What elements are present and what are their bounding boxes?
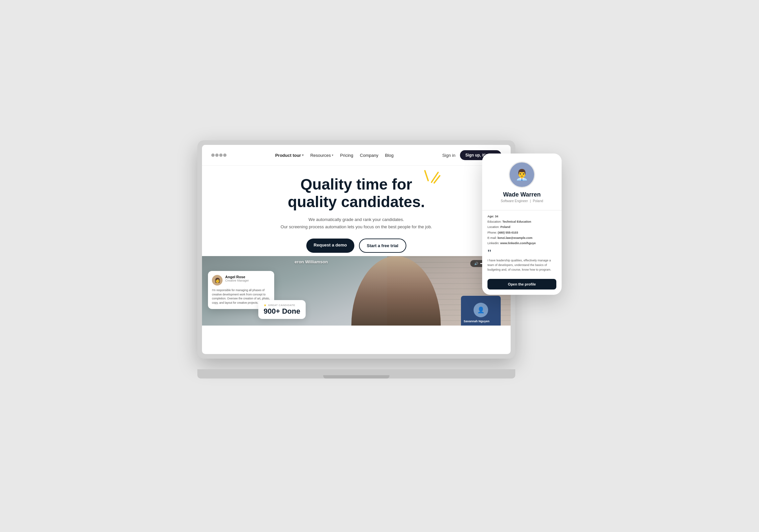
candidate-name: Angel Rose <box>225 275 249 279</box>
video-call-name: eron Williamson <box>295 259 328 264</box>
request-demo-button[interactable]: Request a demo <box>306 239 354 253</box>
candidate-role: Creative Manager <box>225 279 249 282</box>
laptop-base <box>197 369 515 378</box>
hero-subtitle: We automatically grade and rank your can… <box>280 216 432 231</box>
nav-resources[interactable]: Resources ▾ <box>310 153 333 158</box>
chevron-down-icon: ▾ <box>302 154 304 157</box>
laptop-mockup: Product tour ▾ Resources ▾ Pricing Compa… <box>197 140 515 378</box>
video-person <box>346 256 446 326</box>
profile-linkedin: Linkedin: www.linkedin.com/hguye <box>487 241 556 246</box>
profile-phone: Phone: (480) 555-0103 <box>487 230 556 235</box>
quote-mark-icon: " <box>487 249 556 256</box>
volume-icon: 🔊 <box>474 262 478 265</box>
profile-info: Age: 34 Education: Technical Education L… <box>482 214 562 246</box>
profile-role-location: Software Engineer | Poland <box>501 199 543 203</box>
star-icon: ★ <box>264 303 267 307</box>
profile-quote: " I have leadership qualities, effective… <box>482 246 562 276</box>
profile-avatar: 👨‍💼 <box>509 161 535 188</box>
profile-education: Education: Technical Education <box>487 219 556 224</box>
navbar: Product tour ▾ Resources ▾ Pricing Compa… <box>202 145 511 166</box>
nav-links: Product tour ▾ Resources ▾ Pricing Compa… <box>275 153 394 158</box>
logo <box>211 154 227 157</box>
stats-badge: ★ GREAT CANDIDATE 900+ Done <box>258 300 306 319</box>
profile-email: E-mail: kenzi.law@example.com <box>487 235 556 241</box>
start-trial-button[interactable]: Start a free trial <box>359 239 406 253</box>
sign-in-button[interactable]: Sign in <box>442 153 455 158</box>
nav-blog[interactable]: Blog <box>385 153 393 158</box>
quote-text: I have leadership qualities, effectively… <box>487 258 556 272</box>
profile-name: Wade Warren <box>503 191 541 198</box>
nav-company[interactable]: Company <box>360 153 379 158</box>
stats-label: ★ GREAT CANDIDATE <box>264 303 300 307</box>
chevron-down-icon: ▾ <box>332 154 333 157</box>
sparkle-icon <box>422 169 441 189</box>
hero-title: Quality time for quality candidates. <box>288 176 425 211</box>
hero-buttons: Request a demo Start a free trial <box>306 239 406 253</box>
svg-line-0 <box>431 172 438 182</box>
small-candidate-card: 👤 Savannah Nguyen <box>461 296 501 326</box>
nav-pricing[interactable]: Pricing <box>340 153 353 158</box>
candidate-avatar: 👩 <box>212 275 223 286</box>
laptop-body: Product tour ▾ Resources ▾ Pricing Compa… <box>197 140 515 359</box>
profile-divider <box>482 210 562 210</box>
open-profile-button[interactable]: Open the profile <box>487 279 556 289</box>
profile-location: Location: Poland <box>487 224 556 230</box>
nav-product-tour[interactable]: Product tour ▾ <box>275 153 304 158</box>
small-candidate-name: Savannah Nguyen <box>464 320 489 323</box>
phone-profile-header: 👨‍💼 Wade Warren Software Engineer | Pola… <box>482 154 562 207</box>
laptop-screen: Product tour ▾ Resources ▾ Pricing Compa… <box>202 145 511 354</box>
hero-section: Quality time for quality candidates. <box>202 166 511 256</box>
stats-value: 900+ Done <box>264 307 300 316</box>
phone-mockup: 👨‍💼 Wade Warren Software Engineer | Pola… <box>482 154 562 295</box>
scene: Product tour ▾ Resources ▾ Pricing Compa… <box>197 140 562 392</box>
media-section: eron Williamson 🔊 👤 Savannah Nguyen <box>202 256 511 326</box>
profile-age: Age: 34 <box>487 214 556 219</box>
svg-line-1 <box>425 171 428 181</box>
